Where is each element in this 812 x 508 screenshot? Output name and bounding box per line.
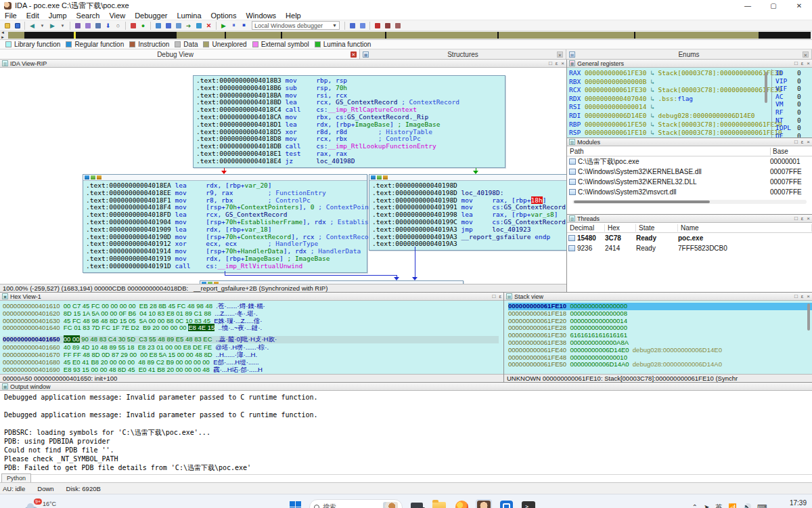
- step-over-icon[interactable]: [164, 22, 173, 30]
- cpu-flag-row[interactable]: VIP0: [775, 77, 811, 85]
- wifi-icon[interactable]: 📶: [728, 503, 736, 508]
- ida-taskbar-button[interactable]: [476, 499, 492, 508]
- thread-row[interactable]: 92362414Ready7FFF5823DCB0: [567, 243, 812, 253]
- cancel-debug-icon[interactable]: ✕: [204, 22, 213, 30]
- graph-node-left[interactable]: .text:00000000004018EA lea rdx, [rbp+var…: [83, 174, 367, 273]
- output-log[interactable]: Debugged application message: Invalid pa…: [0, 391, 812, 473]
- menu-search[interactable]: Search: [72, 12, 105, 20]
- down-arrow-icon[interactable]: ⬇: [104, 22, 112, 30]
- graph-node-right[interactable]: .text:000000000040198D.text:000000000040…: [369, 174, 566, 251]
- modules-col-path[interactable]: Path: [567, 148, 770, 155]
- location-arrow-icon[interactable]: ➤: [704, 503, 709, 508]
- threads-titlebar[interactable]: ▨ Threads □ ε ×: [567, 215, 812, 223]
- taskbar-search[interactable]: 搜索: [309, 499, 403, 508]
- clock[interactable]: 17:39 2025/10/11: [773, 499, 807, 508]
- panel-float-icon[interactable]: ε: [801, 293, 804, 299]
- panel-maximize-icon[interactable]: □: [549, 60, 552, 66]
- menu-edit[interactable]: Edit: [22, 12, 44, 20]
- panel-close-icon[interactable]: ×: [807, 215, 810, 221]
- open-file-icon[interactable]: [3, 22, 12, 30]
- stop-process-icon[interactable]: ⏹: [240, 22, 248, 30]
- attach-icon[interactable]: [348, 22, 357, 30]
- threads-col-decimal[interactable]: Decimal: [567, 224, 605, 232]
- register-row[interactable]: RCX 000000000061FE30 ↳ Stack[00003C78]:0…: [569, 86, 763, 95]
- trace-icon[interactable]: [393, 22, 402, 30]
- menu-lumina[interactable]: Lumina: [172, 12, 206, 20]
- task-view-button[interactable]: [409, 499, 425, 508]
- output-line[interactable]: PDB: Failed to get PDB file details from…: [4, 463, 812, 472]
- modules-header[interactable]: Path Base: [567, 146, 812, 156]
- modules-titlebar[interactable]: ▧ Modules □ ε ×: [567, 138, 812, 146]
- graph-node-bottom[interactable]: .text:0000000000401923: [200, 280, 464, 284]
- thread-row[interactable]: 154803C78Readypoc.exe: [567, 233, 812, 243]
- graph-node-top[interactable]: .text:00000000004018B3 mov rbp, rsp.text…: [193, 75, 505, 168]
- maximize-button[interactable]: ▢: [761, 0, 786, 11]
- firefox-button[interactable]: [453, 499, 470, 508]
- menu-windows[interactable]: Windows: [241, 12, 281, 20]
- asm-line[interactable]: .text:00000000004019A3: [372, 240, 566, 248]
- module-row[interactable]: C:\迅雷下载\poc.exe00000001: [567, 156, 812, 167]
- panel-float-icon[interactable]: ε: [499, 293, 501, 299]
- panel-float-icon[interactable]: ε: [801, 215, 804, 221]
- back-icon[interactable]: ◀: [28, 22, 37, 30]
- python-cli-input[interactable]: [31, 474, 812, 482]
- volume-icon[interactable]: 🔊: [743, 503, 751, 508]
- panel-float-icon[interactable]: ε: [556, 60, 558, 66]
- tab-enums[interactable]: ▤ Enums ✕: [566, 49, 812, 59]
- asm-line[interactable]: .text:000000000040191D call cs:__imp_Rtl…: [86, 263, 364, 270]
- output-line[interactable]: Please check _NT_SYMBOL_PATH: [4, 454, 812, 463]
- panel-close-icon[interactable]: ×: [807, 293, 810, 299]
- module-row[interactable]: C:\Windows\System32\KERNELBASE.dll00007F…: [567, 167, 812, 177]
- cpu-flag-row[interactable]: VIF0: [775, 85, 811, 93]
- panel-float-icon[interactable]: ε: [801, 60, 804, 66]
- stack-scrollbar[interactable]: [807, 303, 810, 331]
- menu-debugger[interactable]: Debugger: [130, 12, 172, 20]
- step-into-icon[interactable]: [154, 22, 162, 30]
- register-row[interactable]: RSI 0000000000000014 ↳: [569, 103, 763, 112]
- touchpad-icon[interactable]: ⌨: [757, 503, 767, 508]
- panel-close-icon[interactable]: ×: [561, 60, 564, 66]
- run-until-icon[interactable]: [174, 22, 183, 30]
- modules-hscrollbar[interactable]: [572, 200, 807, 204]
- hex-row[interactable]: 0000000000401640 FC 01 83 7D FC 1F 7E D2…: [3, 324, 503, 332]
- search-tool-icon[interactable]: ○: [114, 22, 122, 30]
- registers-scrollbar[interactable]: [765, 72, 767, 103]
- terminal-button[interactable]: >_: [520, 499, 537, 508]
- tab-close-icon[interactable]: ✕: [351, 51, 357, 58]
- stack-row[interactable]: 000000000061FE50 00000000006D14A0 debug0…: [508, 361, 812, 368]
- panel-float-icon[interactable]: ε: [801, 139, 804, 145]
- cpu-flag-row[interactable]: AC0: [775, 93, 811, 101]
- save-icon[interactable]: [13, 22, 22, 30]
- panel-maximize-icon[interactable]: □: [794, 139, 798, 145]
- modules-col-base[interactable]: Base: [770, 148, 812, 155]
- step-out-icon[interactable]: ➜: [184, 22, 193, 30]
- blue-app-button[interactable]: [498, 499, 514, 508]
- panel-close-icon[interactable]: ×: [807, 139, 810, 145]
- output-line[interactable]: [4, 419, 812, 428]
- menu-view[interactable]: View: [104, 12, 130, 20]
- python-cli-tab[interactable]: Python: [1, 473, 31, 482]
- cpu-flag-row[interactable]: IOPL0: [775, 124, 811, 132]
- cpu-flag-row[interactable]: ID0: [775, 69, 811, 77]
- minimize-button[interactable]: —: [735, 0, 761, 11]
- jump-named-icon[interactable]: [83, 22, 92, 30]
- threads-col-state[interactable]: State: [636, 224, 678, 232]
- register-row[interactable]: RDX 0000000000407040 ↳ .bss:flag: [569, 95, 763, 104]
- debugger-options-icon[interactable]: [358, 22, 367, 30]
- weather-widget[interactable]: 9+ 16°C 多云: [24, 501, 56, 508]
- register-row[interactable]: RDI 00000000006D14E0 ↳ debug028:00000000…: [569, 112, 763, 121]
- panel-maximize-icon[interactable]: □: [794, 215, 798, 221]
- ime-indicator[interactable]: 英: [715, 503, 722, 508]
- ida-view-icon[interactable]: [129, 22, 137, 30]
- hex-dump[interactable]: 0000000000401610 00 C7 45 FC 00 00 00 00…: [0, 301, 503, 374]
- menu-options[interactable]: Options: [206, 12, 242, 20]
- stack-dump[interactable]: 000000000061FE10 00000000000000000000000…: [504, 301, 812, 374]
- nav-band-strip[interactable]: [8, 32, 811, 39]
- cpu-flag-row[interactable]: NT0: [775, 117, 811, 125]
- tab-close-icon[interactable]: ✕: [557, 51, 563, 58]
- forward-dropdown-icon[interactable]: ▼: [58, 22, 67, 30]
- output-line[interactable]: Debugged application message: Invalid pa…: [4, 410, 812, 419]
- threads-col-hex[interactable]: Hex: [605, 224, 636, 232]
- breakpoint-list-icon[interactable]: [194, 22, 203, 30]
- tray-chevron-icon[interactable]: ⌃: [692, 503, 698, 508]
